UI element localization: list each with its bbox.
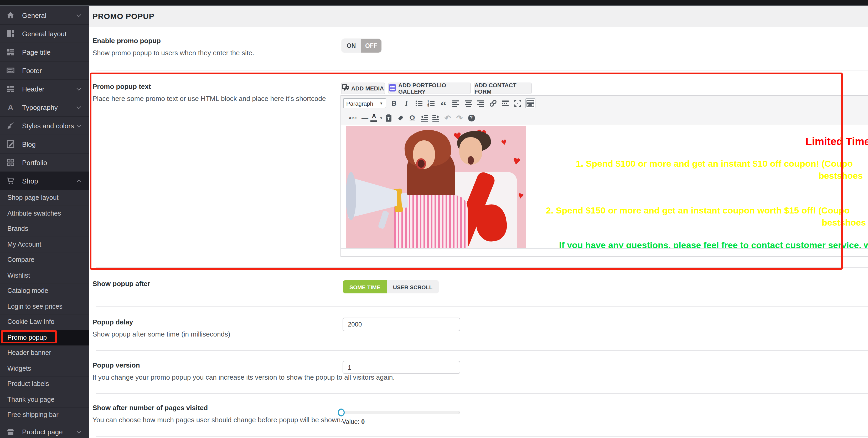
align-right-icon[interactable] [476,99,485,108]
sidebar-item-widgets[interactable]: Widgets [0,361,89,377]
fullscreen-icon[interactable] [513,99,522,108]
toolbar-toggle-icon[interactable] [525,98,535,108]
sidebar-item-header[interactable]: Header [0,80,89,98]
sidebar-item-label: Header banner [7,349,51,357]
theme-options-screen: GeneralGeneral layoutPage titleFooterHea… [0,0,868,438]
sidebar-item-footer[interactable]: Footer [0,61,89,80]
strikethrough-icon[interactable]: ABC [349,113,358,122]
special-character-icon[interactable]: Ω [408,113,417,122]
add-media-button[interactable]: ADD MEDIA [341,82,385,94]
sidebar-item-compare[interactable]: Compare [0,253,89,268]
brush-icon [6,121,15,130]
sidebar-item-cookie-law-info[interactable]: Cookie Law Info [0,315,89,330]
editor-text-line: bestshoes [818,171,863,181]
horizontal-rule-icon[interactable]: — [361,113,369,122]
chevron-down-icon [77,86,81,90]
italic-icon[interactable]: I [402,99,411,108]
toggle-off-button[interactable]: OFF [361,39,381,53]
add-portfolio-gallery-button[interactable]: ADD PORTFOLIO GALLERY [388,82,471,94]
read-more-icon[interactable] [501,99,510,108]
blockquote-icon[interactable]: “ [439,99,448,108]
slider-value-label: Value: [342,418,360,426]
sidebar-item-label: Promo popup [7,334,47,341]
pages-visited-desc: You can choose how much pages user shoul… [92,416,343,424]
page-title-icon [6,48,15,56]
sidebar-item-label: Product labels [7,380,49,388]
editor-text-line: 2. Spend $150 or more and get an instant… [546,206,849,216]
sidebar-item-page-title[interactable]: Page title [0,43,89,61]
sidebar-item-login-to-see-prices[interactable]: Login to see prices [0,299,89,315]
portfolio-gallery-icon [389,84,396,92]
sidebar-item-my-account[interactable]: My Account [0,237,89,253]
undo-icon[interactable]: ↶ [443,113,452,122]
sidebar-item-header-banner[interactable]: Header banner [0,346,89,361]
sidebar-item-shop-page-layout[interactable]: Shop page layout [0,191,89,206]
sidebar-item-label: Typography [22,103,58,111]
format-select[interactable]: Paragraph ▼ [343,98,386,108]
indent-icon[interactable] [431,113,440,122]
sidebar-item-promo-popup[interactable]: Promo popup [0,330,89,346]
heart-decoration: ♥ [517,191,524,201]
toggle-on-button[interactable]: ON [342,39,361,53]
sidebar-item-label: Widgets [7,365,31,372]
sidebar-item-label: Free shipping bar [7,411,59,419]
sidebar-item-product-labels[interactable]: Product labels [0,377,89,392]
bullet-list-icon[interactable] [414,99,423,108]
paste-as-text-icon[interactable]: T [384,113,393,122]
divider [96,393,868,394]
portfolio-icon [6,158,15,167]
sidebar-item-free-shipping-bar[interactable]: Free shipping bar [0,408,89,423]
sidebar-item-general-layout[interactable]: General layout [0,25,89,43]
promo-text-label: Promo popup text [92,83,151,90]
help-icon[interactable]: ? [467,113,476,122]
sidebar-item-label: Page title [22,48,51,56]
wysiwyg-editor: Paragraph ▼ BI123“ ABC—A▼TΩ↶↷? ♥♥♥♥♥♥♥♥♥… [340,95,868,256]
sidebar-item-label: Thank you page [7,396,54,403]
outdent-icon[interactable] [420,113,429,122]
sidebar-item-blog[interactable]: Blog [0,135,89,153]
editor-text-line: Limited Time [805,136,868,148]
bold-icon[interactable]: B [390,99,399,108]
sidebar-item-catalog-mode[interactable]: Catalog mode [0,284,89,299]
sidebar-item-styles-and-colors[interactable]: Styles and colors [0,117,89,135]
sidebar-item-typography[interactable]: ATypography [0,98,89,117]
editor-text-line: 1. Spend $100 or more and get an instant… [576,159,853,169]
add-contact-form-button[interactable]: ADD CONTACT FORM [474,82,532,94]
sidebar-item-general[interactable]: General [0,6,89,25]
sidebar-item-brands[interactable]: Brands [0,222,89,237]
popup-version-input[interactable] [343,361,460,374]
sidebar-item-label: Shop [22,177,38,185]
pages-slider-handle[interactable] [338,408,345,416]
editor-content-area[interactable]: ♥♥♥♥♥♥♥♥♥ Limited Time1. Spend $100 or m… [341,125,868,249]
sidebar-item-label: Login to see prices [7,303,63,310]
show-after-segmented-control: SOME TIME USER SCROLL [343,280,439,293]
numbered-list-icon[interactable]: 123 [427,99,436,108]
remove-formatting-icon[interactable] [396,113,405,122]
user-scroll-button[interactable]: USER SCROLL [387,280,439,293]
editor-text-line: If you have any questions, please feel f… [559,240,868,249]
typography-icon: A [6,103,15,112]
text-color-icon[interactable]: A▼ [372,113,381,122]
popup-delay-input[interactable] [343,318,460,331]
sidebar-item-attribute-swatches[interactable]: Attribute swatches [0,206,89,222]
pages-slider-track[interactable] [339,411,460,414]
pages-visited-label: Show after number of pages visited [92,404,208,412]
page-title: PROMO POPUP [92,11,154,20]
sidebar-item-portfolio[interactable]: Portfolio [0,153,89,172]
svg-text:3: 3 [428,105,429,107]
enable-toggle: ON OFF [342,39,381,53]
some-time-button[interactable]: SOME TIME [343,280,387,293]
add-media-label: ADD MEDIA [351,85,384,91]
chevron-down-icon [77,12,81,17]
align-center-icon[interactable] [464,99,473,108]
sidebar-item-thank-you-page[interactable]: Thank you page [0,392,89,408]
sidebar-item-label: Compare [7,256,34,264]
chevron-down-icon [77,429,81,434]
align-left-icon[interactable] [451,99,460,108]
sidebar-item-wishlist[interactable]: Wishlist [0,268,89,284]
sidebar-item-label: Wishlist [7,272,30,279]
sidebar-item-shop[interactable]: Shop [0,172,89,191]
link-icon[interactable] [488,99,497,108]
redo-icon[interactable]: ↷ [455,113,464,122]
sidebar-item-product-page[interactable]: Product page [0,423,89,438]
